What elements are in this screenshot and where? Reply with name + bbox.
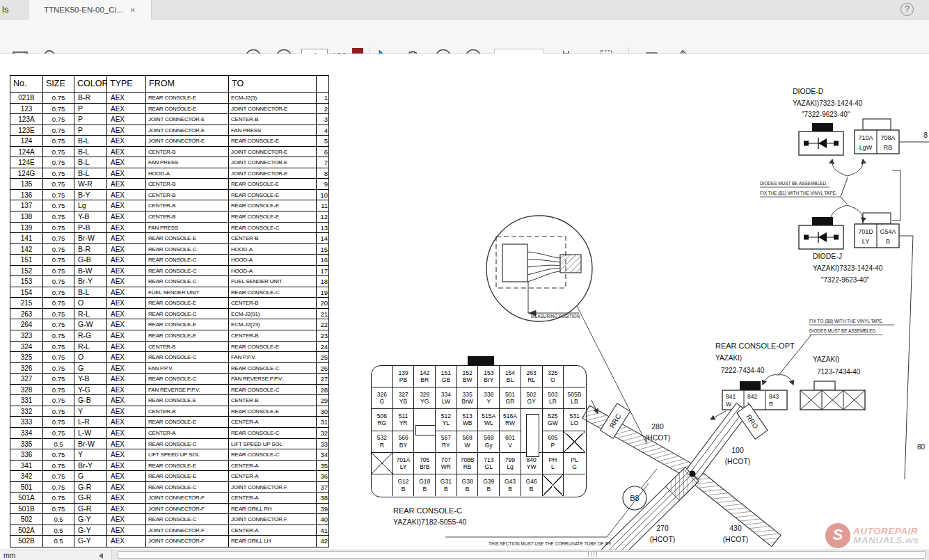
table-cell: CENTER-A [229,417,317,428]
scrollbar-grip[interactable] [588,552,599,557]
table-cell: Br-W [74,439,107,450]
table-cell: REAR CONSOLE-E [229,200,317,211]
corrugate-tubes [582,400,781,550]
table-cell: 333 [10,417,43,428]
pin-label: 710A [858,134,873,141]
connector-pin-cell [564,431,585,453]
table-cell: R-G [74,330,107,342]
table-cell: 9 [317,179,328,190]
table-cell: REAR CONSOLE-C [146,482,229,493]
table-cell: REAR CONSOLE-E [146,104,229,115]
table-cell: 326 [10,363,43,374]
table-cell: G-R [74,482,107,493]
connector-pin-cell: 705BrB [414,453,436,474]
table-cell: AEX [107,525,146,536]
table-cell: B-L [74,168,107,179]
table-cell: G [74,363,107,374]
pin-label: 701D [858,228,873,235]
table-cell: REAR CONSOLE-E [146,298,229,309]
rrc-tag: RRC [600,403,630,439]
table-cell: JOINT CONNECTOR-F [229,514,317,525]
table-cell: 0.75 [43,136,74,147]
table-cell: 138 [10,211,43,223]
table-cell: Y-B [74,211,107,223]
table-cell: 42 [317,536,328,547]
table-cell: CENTER-B [146,200,229,211]
table-cell: 2 [317,104,328,115]
table-cell: 0.75 [43,276,74,287]
table-cell: 0.75 [43,461,74,472]
diode-d-part-alt: "7322-9623-40" [802,111,850,118]
table-cell: CENTER-B [229,330,317,342]
wire-number-cut: 80 [917,443,926,451]
table-cell: P [74,114,107,125]
connector-pin-cell: G38B [457,474,479,496]
table-cell: 0.75 [43,114,74,125]
connector-pin-cell: 525GW [543,409,564,431]
horizontal-scrollbar-track[interactable] [111,550,929,560]
table-cell: 136 [10,190,43,201]
table-cell: 8 [317,168,328,179]
connector-pin-cell: 799Lg [500,453,521,474]
table-cell: 0.75 [43,255,74,266]
scroll-left-arrow[interactable] [99,553,103,559]
table-cell: B-L [74,147,107,158]
connector-pin-cell: 326G [372,387,393,409]
menu-partial-text: ls [2,4,8,15]
table-cell: 4 [317,125,328,136]
table-cell: AEX [107,125,146,136]
table-cell: 34 [317,449,328,461]
document-tab[interactable]: TTNEK50-EN-00_Ci... × [28,0,152,19]
table-cell: AEX [107,147,146,158]
table-cell: CENTER-B [229,114,317,125]
table-cell: G-W [74,319,107,330]
table-cell: O [74,298,107,309]
connector-pin-cell: 531LO [564,409,585,431]
help-icon[interactable]: ? [900,3,914,16]
table-cell: G-B [74,255,107,266]
tab-close-icon[interactable]: × [130,6,136,15]
table-cell: REAR CONSOLE-E [146,233,229,244]
connector-pin-cell: 568W [457,431,479,453]
connector-pin-cell: G46B [521,474,543,496]
table-cell: CENTER-A [229,493,317,504]
maker-label: YAZAKI) [813,355,839,363]
table-cell: 123A [10,114,43,125]
table-cell: 0.75 [43,244,74,255]
table-cell: REAR CONSOLE-C [146,352,229,363]
table-cell: G-R [74,493,107,504]
table-cell: 0.75 [43,374,74,385]
connector-pin-cell: 566BY [393,431,415,453]
table-cell: CENTER-B [146,342,229,353]
table-cell: 0.75 [43,104,74,115]
table-cell: 22 [317,319,328,330]
table-cell: 21 [317,309,328,320]
table-cell: 0.75 [43,319,74,330]
table-cell: 0.75 [43,233,74,244]
table-cell: 3 [317,114,328,125]
table-cell: CENTER-B [229,233,317,244]
table-cell: REAR CONSOLE-C [229,385,317,396]
diode-d-assembly [799,119,929,176]
table-cell: REAR CONSOLE-C [229,287,317,298]
table-cell: FUEL SENDER UNIT [229,276,317,287]
table-cell: ECM-J2(5) [229,93,317,104]
table-cell: 0.75 [43,287,74,298]
table-cell: 502A [10,525,43,536]
pin-label: 841 [726,393,736,400]
table-cell: REAR CONSOLE-C [146,439,229,450]
table-cell: REAR CONSOLE-E [146,461,229,472]
table-cell: 0.75 [43,157,74,168]
table-cell: AEX [107,395,146,406]
table-cell: 17 [317,266,328,277]
connector-pin-cell: PLG [564,453,585,474]
diode-j-part-alt: "7322-9623-40" [821,276,870,284]
table-cell: REAR CONSOLE-E [229,342,317,353]
table-cell: Y-G [74,385,107,396]
table-cell: 30 [317,406,328,417]
connector-lock-tab [468,356,494,365]
table-cell: 152 [10,266,43,277]
horizontal-scrollbar-thumb[interactable] [118,551,926,559]
table-cell: REAR CONSOLE-C [146,374,229,385]
table-cell: 33 [317,439,328,450]
